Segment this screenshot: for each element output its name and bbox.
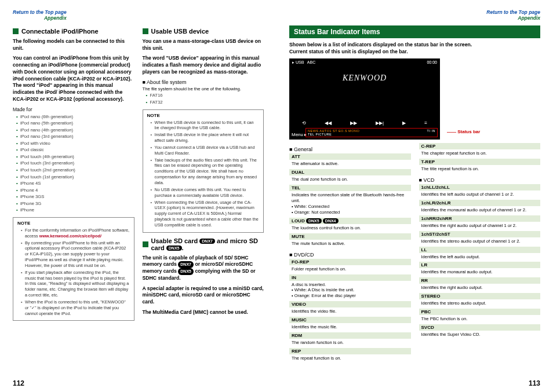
status-bar-title: Status Bar Indicator Items	[289, 25, 540, 38]
bullet-icon	[143, 28, 148, 34]
bullet-icon	[13, 28, 19, 34]
left-col-2: Usable USB device You can use a mass-sto…	[143, 25, 264, 321]
dnx7-badge: DNX7	[199, 239, 215, 244]
made-for-label: Made for	[13, 107, 134, 112]
return-link-text: Return to the Top page	[486, 9, 540, 15]
fs-heading: About file system	[143, 79, 264, 85]
sd-body-3: The MultiMedia Card (MMC) cannot be used…	[143, 309, 264, 316]
right-col-2: C-REPThe chapter repeat function is on.T…	[419, 143, 541, 363]
right-page: Return to the Top page Appendix Status B…	[276, 0, 553, 392]
note-title: NOTE	[147, 113, 260, 118]
menu-label: Menu ▸	[292, 132, 307, 137]
page-number-right: 113	[529, 379, 540, 387]
usb-body: The word "USB device" appearing in this …	[143, 55, 264, 75]
dvd-heading: DVD/CD	[289, 252, 411, 258]
dnx5-badge: DNX5	[166, 246, 182, 251]
page-number-left: 112	[13, 379, 24, 387]
top-return-link[interactable]: Return to the Top page Appendix	[13, 9, 67, 21]
ipod-intro: The following models can be connected to…	[13, 38, 134, 52]
ipod-note-box: NOTE For the conformity information on i…	[13, 217, 134, 321]
brand-logo: KENWOOD	[289, 67, 440, 83]
status-intro2: Current status of this unit is displayed…	[289, 49, 540, 56]
right-col-1: General ATTThe attenuator is active.DUAL…	[289, 143, 411, 363]
sd-body-1: The unit is capable of playback of SD/ S…	[143, 255, 264, 282]
usb-note-box: NOTE When the USB device is connected to…	[143, 109, 264, 233]
left-page: Return to the Top page Appendix Connecta…	[0, 0, 276, 392]
general-heading: General	[289, 146, 411, 152]
return-link-text: Return to the Top page	[13, 9, 67, 15]
fs-text: The file system should be the one of the…	[143, 86, 264, 93]
appendix-link: Appendix	[518, 15, 540, 21]
vcd-heading: VCD	[419, 177, 541, 183]
sd-heading: Usable SD card DNX7 and micro SD card DN…	[151, 237, 264, 251]
fs-list: FAT16FAT32	[143, 92, 264, 105]
top-return-link[interactable]: Return to the Top page Appendix	[486, 9, 540, 21]
status-bar-callout: —— Status bar	[447, 129, 480, 134]
ipod-body: You can control an iPod/iPhone from this…	[13, 55, 134, 102]
note-title: NOTE	[17, 221, 130, 226]
status-intro1: Shown below is a list of indicators disp…	[289, 42, 540, 49]
left-col-1: Connectable iPod/iPhone The following mo…	[13, 25, 134, 321]
usb-intro: You can use a mass-storage-class USB dev…	[143, 38, 264, 52]
usb-note-list: When the USB device is connected to this…	[147, 120, 260, 228]
appendix-link: Appendix	[44, 15, 67, 21]
ipod-note-list: For the conformity information on iPod/i…	[17, 228, 130, 317]
bullet-icon	[143, 241, 148, 247]
usb-heading: Usable USB device	[151, 28, 209, 35]
ipod-model-list: iPod nano (6th generation)iPod nano (5th…	[13, 113, 134, 214]
playback-controls: ⟲◀◀▶▶▶▶|▶≡	[289, 120, 440, 126]
ipod-heading: Connectable iPod/iPhone	[21, 28, 99, 35]
status-bar-highlight: NEWS AUTO1 ST EO.S MONOTEL PICTURE TI IN	[305, 128, 438, 137]
sd-body-2: A special adapter is required to use a m…	[143, 285, 264, 306]
device-screenshot: ▸ USB ABC 00:00 KENWOOD ⟲◀◀▶▶▶▶|▶≡ Menu …	[289, 58, 440, 140]
